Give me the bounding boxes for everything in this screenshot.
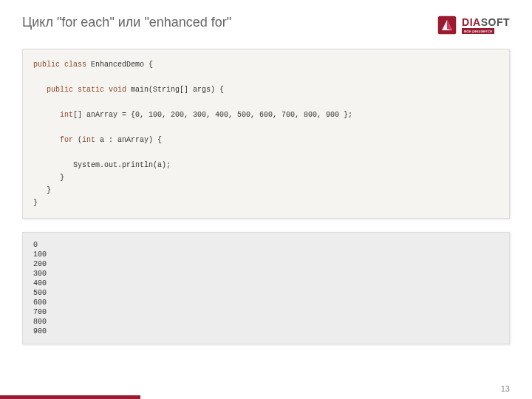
output-block: 0 100 200 300 400 500 600 700 800 900	[22, 232, 510, 344]
footer-accent-bar	[0, 395, 140, 399]
code-block: public class EnhancedDemo { public stati…	[22, 49, 510, 219]
logo-tagline: все решается	[462, 28, 494, 34]
header: Цикл "for each" или "enhanced for" DIASO…	[22, 15, 510, 35]
slide: Цикл "for each" или "enhanced for" DIASO…	[0, 0, 532, 399]
logo-icon	[437, 15, 457, 35]
logo: DIASOFT все решается	[437, 15, 510, 35]
page-number: 13	[501, 384, 510, 393]
logo-text: DIASOFT все решается	[462, 16, 510, 34]
logo-brand: DIASOFT	[462, 16, 510, 28]
page-title: Цикл "for each" или "enhanced for"	[22, 15, 231, 30]
